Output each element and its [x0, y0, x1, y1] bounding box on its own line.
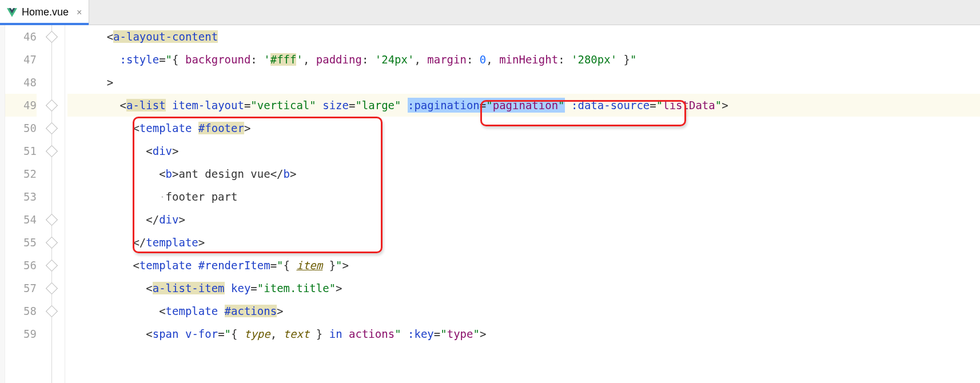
fold-column — [42, 25, 65, 383]
fold-marker-icon[interactable] — [46, 122, 58, 134]
code-line[interactable]: ·footer part — [67, 185, 980, 208]
fold-marker-icon[interactable] — [46, 237, 58, 249]
fold-marker-icon[interactable] — [46, 31, 58, 43]
code-line[interactable]: <template #actions> — [67, 300, 980, 322]
tab-filename: Home.vue — [22, 6, 69, 18]
fold-marker-icon[interactable] — [46, 145, 58, 157]
fold-marker-icon[interactable] — [46, 214, 58, 226]
line-number[interactable]: 54 — [5, 208, 37, 231]
line-number[interactable]: 46 — [5, 25, 37, 48]
code-line[interactable]: > — [67, 71, 980, 94]
code-area[interactable]: <a-layout-content :style="{ background: … — [65, 25, 980, 383]
fold-marker-icon[interactable] — [46, 260, 58, 272]
close-icon[interactable]: × — [77, 7, 82, 18]
line-number[interactable]: 50 — [5, 117, 37, 139]
code-line[interactable]: :style="{ background: '#fff', padding: '… — [67, 48, 980, 71]
code-line[interactable]: <template #footer> — [67, 117, 980, 139]
code-line[interactable]: <div> — [67, 139, 980, 162]
left-ribbon — [0, 25, 5, 383]
line-number[interactable]: 55 — [5, 231, 37, 254]
line-number[interactable]: 57 — [5, 277, 37, 300]
editor: 46 47 48 49 50 51 52 53 54 55 56 57 58 5… — [0, 25, 980, 383]
line-number[interactable]: 53 — [5, 185, 37, 208]
line-number[interactable]: 49 — [5, 94, 37, 117]
line-number[interactable]: 51 — [5, 139, 37, 162]
code-line[interactable]: <a-layout-content — [67, 25, 980, 48]
vue-icon — [7, 7, 17, 18]
code-line[interactable]: <b>ant design vue</b> — [67, 162, 980, 185]
line-number[interactable]: 59 — [5, 322, 37, 345]
line-number[interactable]: 52 — [5, 162, 37, 185]
tab-home-vue[interactable]: Home.vue × — [0, 0, 89, 25]
line-number[interactable]: 48 — [5, 71, 37, 94]
line-number[interactable]: 58 — [5, 300, 37, 322]
code-line[interactable]: <a-list-item key="item.title"> — [67, 277, 980, 300]
code-line[interactable]: </div> — [67, 208, 980, 231]
gutter: 46 47 48 49 50 51 52 53 54 55 56 57 58 5… — [5, 25, 65, 383]
code-line[interactable]: <a-list item-layout="vertical" size="lar… — [67, 94, 980, 117]
fold-marker-icon[interactable] — [46, 99, 58, 111]
code-line[interactable]: <template #renderItem="{ item }"> — [67, 254, 980, 277]
tab-bar: Home.vue × — [0, 0, 980, 25]
code-line[interactable]: <span v-for="{ type, text } in actions" … — [67, 322, 980, 345]
fold-marker-icon[interactable] — [46, 282, 58, 294]
line-number[interactable]: 47 — [5, 48, 37, 71]
fold-marker-icon[interactable] — [46, 305, 58, 317]
line-number[interactable]: 56 — [5, 254, 37, 277]
line-numbers: 46 47 48 49 50 51 52 53 54 55 56 57 58 5… — [5, 25, 42, 383]
code-line[interactable]: </template> — [67, 231, 980, 254]
